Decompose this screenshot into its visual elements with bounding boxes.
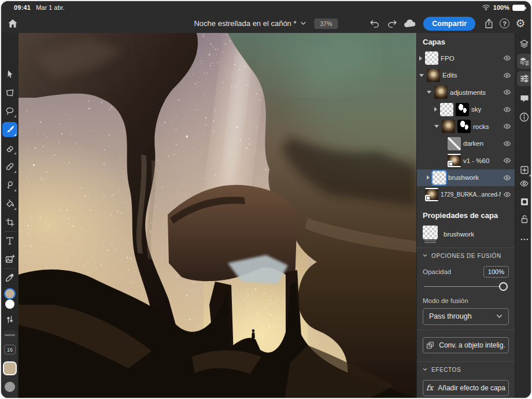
layer-visibility-button[interactable] xyxy=(517,176,532,191)
properties-layer-thumbnail xyxy=(423,226,438,239)
layers-detail-tab[interactable] xyxy=(517,54,532,69)
effects-header[interactable]: EFECTOS xyxy=(423,367,509,373)
expand-arrow-icon[interactable] xyxy=(419,74,424,77)
undo-button[interactable] xyxy=(367,17,381,31)
layer-name: adjustments xyxy=(450,89,501,96)
add-layer-effect-button[interactable]: fx Añadir efecto de capa xyxy=(423,380,509,396)
type-tool[interactable] xyxy=(2,233,17,248)
expand-arrow-icon[interactable] xyxy=(419,56,422,61)
layer-thumbnail-checker[interactable] xyxy=(433,171,446,184)
smart-object-icon xyxy=(426,341,434,349)
layer-properties-row: brushwork xyxy=(417,223,515,247)
layer-thumbnail-mask[interactable] xyxy=(456,103,469,116)
layer-thumbnail-photo[interactable] xyxy=(427,69,440,82)
drag-handle[interactable] xyxy=(5,334,15,336)
wifi-icon xyxy=(482,3,490,12)
brush-opacity-chip[interactable] xyxy=(5,382,15,392)
info-tab[interactable] xyxy=(517,109,532,124)
brush-tool[interactable] xyxy=(2,122,17,137)
background-color-chip[interactable] xyxy=(5,300,14,309)
layer-name: FPO xyxy=(441,55,501,62)
brush-size-field[interactable]: 16 xyxy=(4,345,16,354)
clone-stamp-tool[interactable] xyxy=(2,178,17,193)
opacity-value-field[interactable]: 100% xyxy=(483,266,509,278)
layer-visibility-eye-icon[interactable] xyxy=(501,106,513,113)
home-button[interactable] xyxy=(6,16,20,30)
blend-mode-dropdown[interactable]: Pass through xyxy=(423,308,509,325)
layer-name: 1729_BURKA...anced-NR33 xyxy=(441,191,501,198)
layers-compact-tab[interactable] xyxy=(517,36,532,51)
layer-thumbnail-checker[interactable] xyxy=(440,103,453,116)
layer-row-1729-burka-anced-nr33[interactable]: 1729_BURKA...anced-NR33 xyxy=(417,186,515,204)
layer-name: darken xyxy=(463,140,501,147)
opacity-slider-thumb[interactable] xyxy=(499,282,508,291)
layer-name: brushwork xyxy=(448,174,501,181)
foreground-color-chip[interactable] xyxy=(5,289,14,298)
layer-visibility-eye-icon[interactable] xyxy=(501,72,513,79)
fill-tool[interactable] xyxy=(2,196,17,211)
layer-row-darken[interactable]: darken xyxy=(417,135,515,153)
layer-row-brushwork[interactable]: brushwork xyxy=(417,169,515,187)
document-title[interactable]: Noche estrellada en el cañón * xyxy=(194,19,296,28)
tool-options-panel: 16 ••• xyxy=(2,330,17,399)
swap-colors-button[interactable] xyxy=(2,312,17,327)
convert-smart-object-button[interactable]: Conv. a objeto intelig. xyxy=(423,337,509,353)
layer-thumbnail-photo[interactable] xyxy=(442,120,455,133)
opacity-label: Opacidad xyxy=(423,268,451,275)
layer-row-rocks[interactable]: rocks xyxy=(417,118,515,135)
layer-visibility-eye-icon[interactable] xyxy=(501,89,513,95)
place-photo-tool[interactable] xyxy=(2,252,17,267)
document-title-group[interactable]: Noche estrellada en el cañón * 37% xyxy=(194,14,338,33)
expand-arrow-icon[interactable] xyxy=(427,175,430,180)
share-button[interactable]: Compartir xyxy=(423,17,475,31)
layer-row-adjustments[interactable]: adjustments xyxy=(417,84,515,101)
canvas-document[interactable] xyxy=(19,33,416,399)
layer-mask-button[interactable] xyxy=(517,194,532,209)
layer-more-options-button[interactable] xyxy=(517,232,532,247)
adjustments-tab[interactable] xyxy=(517,71,532,86)
layer-row-edits[interactable]: Edits xyxy=(417,67,515,84)
layer-thumbnail-smart[interactable] xyxy=(448,154,461,167)
effects-section: EFECTOS fx Añadir efecto de capa Intente… xyxy=(417,361,515,398)
layer-thumbnail-checker[interactable] xyxy=(425,51,438,65)
settings-gear-icon[interactable]: ⚙ xyxy=(513,17,527,31)
eyedropper-tool[interactable] xyxy=(2,270,17,285)
chevron-down-icon xyxy=(423,253,427,258)
status-bar: 09:41 Mar 1 abr. 100% xyxy=(1,1,531,14)
zoom-level-badge[interactable]: 37% xyxy=(315,19,338,29)
layer-row-v1-60[interactable]: v1 - %60 xyxy=(417,152,515,169)
healing-brush-tool[interactable] xyxy=(2,159,17,174)
layer-visibility-eye-icon[interactable] xyxy=(501,157,513,164)
move-tool[interactable] xyxy=(2,66,17,82)
layer-thumbnail-smart[interactable] xyxy=(425,188,438,201)
help-icon[interactable]: ? xyxy=(500,19,509,28)
crop-tool[interactable] xyxy=(2,215,17,230)
layer-visibility-eye-icon[interactable] xyxy=(501,191,513,198)
redo-button[interactable] xyxy=(385,17,399,31)
transform-tool[interactable] xyxy=(2,85,17,100)
tool-rail: 16 ••• xyxy=(1,33,19,398)
lasso-select-tool[interactable] xyxy=(2,104,17,119)
lock-layer-button[interactable] xyxy=(517,212,532,227)
comments-tab[interactable] xyxy=(517,91,532,106)
expand-arrow-icon[interactable] xyxy=(434,125,439,128)
chevron-down-icon xyxy=(496,314,503,319)
layer-row-sky[interactable]: sky xyxy=(417,101,515,119)
layer-properties-title: Propiedades de capa xyxy=(417,209,515,223)
layer-visibility-eye-icon[interactable] xyxy=(501,123,513,130)
layer-visibility-eye-icon[interactable] xyxy=(501,55,513,61)
layer-visibility-eye-icon[interactable] xyxy=(501,175,513,181)
layer-thumbnail-photo[interactable] xyxy=(434,86,448,99)
brush-color-swatch[interactable] xyxy=(4,363,16,374)
layer-row-fpo[interactable]: FPO xyxy=(417,50,515,67)
cloud-sync-icon[interactable] xyxy=(403,17,417,31)
expand-arrow-icon[interactable] xyxy=(427,91,431,94)
layer-thumbnail-mask[interactable] xyxy=(457,120,471,133)
blend-options-header[interactable]: OPCIONES DE FUSIÓN xyxy=(423,253,509,259)
eraser-tool[interactable] xyxy=(2,141,17,156)
opacity-slider[interactable] xyxy=(424,282,508,291)
layer-thumbnail-curves[interactable] xyxy=(448,137,461,150)
layer-visibility-eye-icon[interactable] xyxy=(501,141,513,147)
expand-arrow-icon[interactable] xyxy=(434,107,437,112)
export-icon[interactable] xyxy=(482,17,496,31)
